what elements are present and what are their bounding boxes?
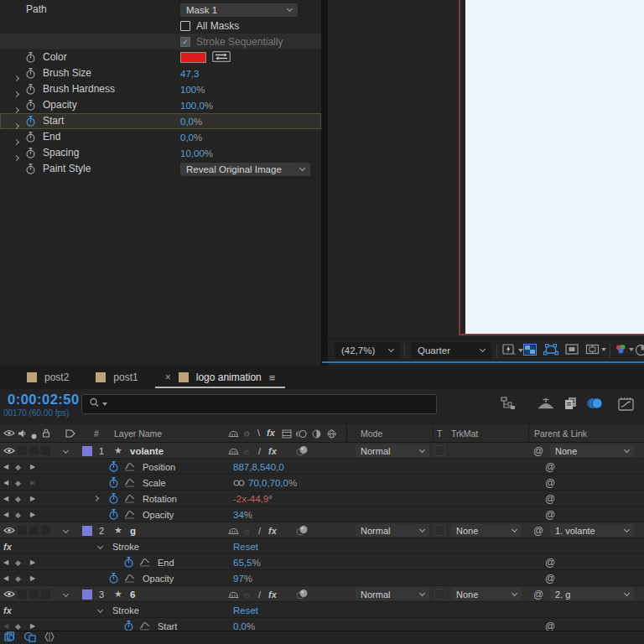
layer-label-color[interactable] [82,522,92,538]
column-t[interactable]: T [437,428,442,439]
property-value[interactable]: 34% [233,510,252,520]
motion-blur-icon[interactable] [586,393,604,413]
property-pickwhip-icon[interactable]: @ [545,475,555,491]
composition-tab-post2[interactable]: post2 [13,366,82,389]
property-pickwhip-icon[interactable]: @ [545,554,555,570]
preserve-transparency-toggle[interactable] [434,586,445,602]
property-name[interactable]: End [158,554,174,570]
motion-blur-switch[interactable] [295,586,309,602]
layer-label-color[interactable] [82,586,92,602]
preserve-transparency-toggle[interactable] [434,443,445,459]
column-number[interactable]: # [94,428,99,439]
column-parent-link[interactable]: Parent & Link [534,428,587,439]
search-input[interactable] [81,394,437,414]
lock-icon[interactable] [42,428,50,439]
layer-twirl-icon[interactable] [64,522,68,538]
column-trkmat[interactable]: TrkMat [451,428,478,439]
effect-row-start[interactable]: Start0,0% [0,113,321,129]
effect-group-name[interactable]: Stroke [112,602,139,618]
effects-icon[interactable]: fx [267,428,275,438]
shy-switch[interactable] [228,443,239,459]
graph-editor-set-icon[interactable] [124,506,135,522]
stroke-sequentially-checkbox[interactable]: ✓ [180,37,190,47]
property-value[interactable]: -2x-44,9° [233,494,273,504]
effects-switch[interactable]: fx [268,586,277,602]
exposure-reset-icon[interactable] [635,344,644,356]
column-mode[interactable]: Mode [361,428,382,439]
keyframe-nav-add[interactable]: ◆ [15,554,21,570]
graph-editor-set-icon[interactable] [124,570,135,586]
property-pickwhip-icon[interactable]: @ [545,506,555,522]
eye-icon[interactable] [3,522,15,538]
path-dropdown[interactable]: Mask 1 [180,3,298,17]
composition-canvas[interactable] [465,0,644,334]
stopwatch-icon[interactable] [26,148,35,161]
motion-blur-column-icon[interactable] [296,429,307,440]
effects-switch[interactable]: fx [268,443,277,459]
keyframe-nav-prev[interactable]: ◀ [3,459,8,475]
region-of-interest-icon[interactable] [565,344,579,355]
graph-editor-set-icon[interactable] [124,475,135,491]
shy-switch[interactable] [228,586,239,602]
resolution-dropdown[interactable]: Quarter [411,342,491,359]
collapse-switch[interactable]: ☼ [242,522,251,538]
property-name[interactable]: Rotation [143,491,177,506]
motion-blur-switch[interactable] [295,522,309,538]
3d-layer-icon[interactable] [327,429,336,440]
eye-icon[interactable] [3,443,15,459]
transparency-grid-icon[interactable] [523,344,537,356]
effect-row-opacity[interactable]: Opacity100,0% [0,97,321,113]
property-value[interactable]: 97% [233,574,252,584]
layer-name[interactable]: volante [130,443,164,459]
preserve-transparency-toggle[interactable] [434,522,445,538]
parent-dropdown[interactable]: 1. volante [550,524,634,537]
stopwatch-icon[interactable] [109,491,118,506]
grid-guides-options-icon[interactable] [585,344,606,355]
composition-mini-flowchart-icon[interactable] [501,393,517,413]
graph-editor-set-icon[interactable] [139,554,150,570]
keyframe-nav-prev[interactable]: ◀ [3,491,8,506]
toggle-transfer-controls-pane-icon[interactable] [23,631,37,644]
constrain-proportions-icon[interactable] [233,478,245,488]
keyframe-nav-add[interactable]: ◆ [15,475,21,491]
property-name[interactable]: Position [143,459,175,475]
magnification-dropdown[interactable]: (42,7%) [335,342,400,359]
effect-row-brush-hardness[interactable]: Brush Hardness100% [0,81,321,97]
toggle-in-out-duration-pane-icon[interactable] [44,631,55,644]
quality-icon[interactable]: \ [257,428,260,438]
shy-icon[interactable] [228,429,239,439]
property-value[interactable]: 887,8,540,0 [233,462,284,472]
composition-tab-post1[interactable]: post1 [82,366,151,389]
all-masks-checkbox[interactable] [180,21,190,31]
effect-property-value[interactable]: 47,3 [180,69,199,79]
property-value[interactable]: 0,0% [233,621,255,631]
effect-property-value[interactable]: 0,0% [180,117,202,127]
layer-twirl-icon[interactable] [64,443,68,459]
effect-twirl-icon[interactable] [98,602,102,618]
search-options-caret[interactable] [102,402,107,406]
stopwatch-icon[interactable] [109,475,118,491]
effect-group-name[interactable]: Stroke [112,538,139,554]
collapse-transformations-icon[interactable]: ☼ [242,428,251,438]
keyframe-nav-prev[interactable]: ◀ [3,554,8,570]
layer-name[interactable]: g [130,522,136,538]
keyframe-nav-next[interactable]: ▶ [30,570,35,586]
panel-menu-icon[interactable]: ≡ [269,371,276,384]
collapse-switch[interactable]: ☼ [242,443,251,459]
keyframe-nav-prev[interactable]: ◀ [3,475,8,491]
motion-blur-switch[interactable] [295,443,309,459]
mask-path-visibility-icon[interactable] [543,344,558,356]
solo-icon[interactable] [31,431,37,441]
quality-switch[interactable]: / [258,586,261,602]
effect-property-value[interactable]: 100,0% [180,101,213,111]
property-pickwhip-icon[interactable]: @ [545,459,555,475]
frame-blending-icon[interactable] [564,393,578,413]
keyframe-nav-add[interactable]: ◆ [15,506,21,522]
draft-3d-icon[interactable] [537,393,555,413]
layer-label-color[interactable] [82,443,92,459]
property-name[interactable]: Opacity [143,506,174,522]
collapse-switch[interactable]: ☼ [242,586,251,602]
current-timecode[interactable]: 0:00:02:50 [8,392,80,408]
effect-row-stroke-sequentially[interactable]: ✓Stroke Sequentially [0,34,321,49]
quality-switch[interactable]: / [258,443,261,459]
